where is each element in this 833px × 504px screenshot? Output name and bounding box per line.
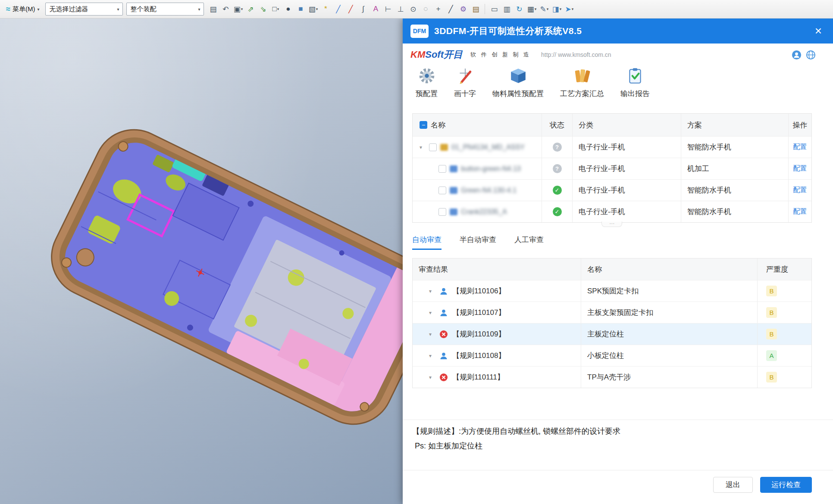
material-preconfig-button[interactable]: 物料属性预配置 bbox=[492, 67, 544, 99]
text-annotation-icon[interactable]: A bbox=[370, 3, 381, 15]
paste-icon[interactable]: ▤ bbox=[207, 3, 219, 15]
solid-icon-glyph: ◨ bbox=[552, 5, 559, 14]
table-row[interactable]: ▾ 【规则110107】 主板支架预固定卡扣 B bbox=[413, 302, 811, 323]
refresh-icon[interactable]: ↻ bbox=[514, 3, 525, 15]
sphere-icon-glyph: ● bbox=[286, 5, 290, 13]
table-row[interactable]: ▾ 【规则110108】 小板定位柱 A bbox=[413, 345, 811, 366]
dfm-dialog: DFM 3DDFM-开目可制造性分析系统V8.5 × KMSoft开目 软 件 … bbox=[403, 19, 833, 504]
globe-icon[interactable] bbox=[806, 50, 816, 60]
snap-point-icon[interactable]: * bbox=[320, 3, 331, 15]
severity-badge: B bbox=[766, 372, 777, 383]
row-checkbox[interactable] bbox=[438, 187, 446, 194]
table-row[interactable]: Green-N4.130-4.1 ✓ 电子行业-手机 智能防水手机 配置 bbox=[413, 179, 811, 201]
dialog-titlebar[interactable]: DFM 3DDFM-开目可制造性分析系统V8.5 × bbox=[403, 19, 833, 44]
promote-icon[interactable]: ⇗ bbox=[245, 3, 256, 15]
part-icon bbox=[450, 208, 457, 215]
monitor-image-icon-glyph: ▥ bbox=[503, 5, 510, 14]
diagonal-icon[interactable]: ╱ bbox=[445, 3, 456, 15]
row-checkbox[interactable] bbox=[438, 165, 446, 173]
column-header-action: 操作 bbox=[789, 114, 811, 136]
tab-manual-review[interactable]: 人工审查 bbox=[514, 235, 544, 250]
expand-caret-icon[interactable]: ▾ bbox=[429, 288, 435, 294]
expand-caret-icon[interactable]: ▾ bbox=[420, 144, 426, 150]
undo-icon[interactable]: ↶ bbox=[220, 3, 231, 15]
cube-icon[interactable]: ■ bbox=[295, 3, 306, 15]
person-icon bbox=[439, 308, 448, 317]
pencil-cross-icon bbox=[456, 67, 474, 85]
monitor-icon[interactable]: ▭ bbox=[489, 3, 500, 15]
close-icon[interactable]: × bbox=[815, 25, 822, 37]
tab-auto-review[interactable]: 自动审查 bbox=[412, 235, 442, 250]
document-stack-icon[interactable]: ▤ bbox=[470, 3, 481, 15]
measure-icon[interactable]: ⊢ bbox=[382, 3, 394, 15]
part-name: Green-N4.130-4.1 bbox=[461, 187, 517, 194]
table-row[interactable]: Crank22335_A ✓ 电子行业-手机 智能防水手机 配置 bbox=[413, 201, 811, 222]
tab-semi-auto-review[interactable]: 半自动审查 bbox=[460, 235, 496, 250]
draw-cross-button[interactable]: 画十字 bbox=[454, 67, 476, 99]
table-row[interactable]: button-green-N4.13 ? 电子行业-手机 机加工 配置 bbox=[413, 158, 811, 179]
part-icon bbox=[450, 187, 457, 194]
row-checkbox[interactable] bbox=[429, 143, 437, 151]
rule-id: 【规则110107】 bbox=[452, 308, 505, 317]
solid-icon[interactable]: ◨▾ bbox=[551, 3, 562, 15]
assembly-scope-dropdown[interactable]: 整个装配 ▾ bbox=[126, 3, 204, 16]
chevron-down-icon: ▾ bbox=[37, 7, 39, 12]
demote-icon[interactable]: ⇘ bbox=[257, 3, 269, 15]
select-all-checkbox[interactable]: − bbox=[420, 121, 427, 129]
process-summary-button[interactable]: 工艺方案汇总 bbox=[560, 67, 604, 99]
gear-edit-icon[interactable]: ⚙ bbox=[457, 3, 469, 15]
monitor-icon-glyph: ▭ bbox=[491, 5, 498, 14]
3d-viewport[interactable] bbox=[0, 19, 403, 504]
preconfig-button[interactable]: 预配置 bbox=[416, 67, 438, 99]
configure-link[interactable]: 配置 bbox=[793, 207, 807, 216]
table-icon[interactable]: ▦▾ bbox=[526, 3, 537, 15]
selection-box-icon[interactable]: □▾ bbox=[270, 3, 281, 15]
dropdown-caret: ▾ bbox=[277, 7, 279, 11]
exit-button[interactable]: 退出 bbox=[713, 477, 753, 493]
line-blue-icon[interactable]: ╱ bbox=[332, 3, 344, 15]
configure-link[interactable]: 配置 bbox=[793, 143, 807, 152]
status-ok-icon: ✓ bbox=[553, 207, 562, 216]
part-name: button-green-N4.13 bbox=[461, 165, 521, 173]
brand-row: KMSoft开目 软 件 创 新 制 造 http:// www.kmsoft.… bbox=[403, 44, 833, 66]
row-checkbox[interactable] bbox=[438, 208, 446, 216]
material-box-icon bbox=[509, 67, 527, 85]
cross-icon-glyph: + bbox=[436, 5, 440, 13]
configure-link[interactable]: 配置 bbox=[793, 164, 807, 173]
expand-caret-icon[interactable]: ▾ bbox=[429, 374, 435, 380]
cross-icon[interactable]: + bbox=[432, 3, 444, 15]
image-icon[interactable]: ▣▾ bbox=[232, 3, 244, 15]
output-report-button[interactable]: 输出报告 bbox=[620, 67, 650, 99]
plan-cell: 机加工 bbox=[681, 158, 789, 179]
perpendicular-icon[interactable]: ⊥ bbox=[395, 3, 406, 15]
table-row-selected[interactable]: ▾ 【规则110109】 主板定位柱 B bbox=[413, 323, 811, 345]
menu-button[interactable]: ≈ 菜单(M) ▾ bbox=[3, 3, 42, 15]
table-row[interactable]: ▾ 【规则110111】 TP与A壳干涉 B bbox=[413, 366, 811, 388]
line-red-icon-glyph: ╱ bbox=[348, 5, 353, 14]
table-collapse-handle[interactable]: ⋯ bbox=[601, 221, 622, 227]
sphere-icon[interactable]: ● bbox=[282, 3, 294, 15]
main-toolbar: ≈ 菜单(M) ▾ 无选择过滤器 ▾ 整个装配 ▾ ▤↶▣▾⇗⇘□▾●■▧▾*╱… bbox=[0, 0, 833, 19]
run-check-button[interactable]: 运行检查 bbox=[760, 477, 812, 493]
expand-caret-icon[interactable]: ▾ bbox=[429, 310, 435, 316]
expand-caret-icon[interactable]: ▾ bbox=[429, 331, 435, 337]
curve-icon[interactable]: ∫ bbox=[357, 3, 369, 15]
flow-icon[interactable]: ➤▾ bbox=[564, 3, 575, 15]
expand-caret-icon[interactable]: ▾ bbox=[429, 353, 435, 359]
assembly-icon[interactable]: ▧▾ bbox=[307, 3, 319, 15]
user-avatar-icon[interactable] bbox=[792, 50, 802, 60]
category-cell: 电子行业-手机 bbox=[573, 158, 681, 179]
review-tabs: 自动审查 半自动审查 人工审查 bbox=[412, 235, 544, 250]
selection-filter-dropdown[interactable]: 无选择过滤器 ▾ bbox=[45, 3, 123, 16]
circle-dashed-icon[interactable]: ◌ bbox=[420, 3, 431, 15]
table-row[interactable]: ▾ 【规则110106】 SPK预固定卡扣 B bbox=[413, 280, 811, 302]
configure-link[interactable]: 配置 bbox=[793, 186, 807, 195]
monitor-image-icon[interactable]: ▥ bbox=[501, 3, 512, 15]
assembly-part-icon bbox=[440, 144, 448, 151]
line-red-icon[interactable]: ╱ bbox=[345, 3, 356, 15]
rule-description-line2: Ps: 如主板加定位柱 bbox=[412, 441, 823, 451]
circle-center-icon[interactable]: ⊙ bbox=[407, 3, 419, 15]
annotate-pen-icon[interactable]: ✎▾ bbox=[539, 3, 550, 15]
table-row[interactable]: ▾ 01_PN4134_MD_ASSY ? 电子行业-手机 智能防水手机 配置 bbox=[413, 136, 811, 158]
rule-id: 【规则110106】 bbox=[452, 286, 505, 296]
